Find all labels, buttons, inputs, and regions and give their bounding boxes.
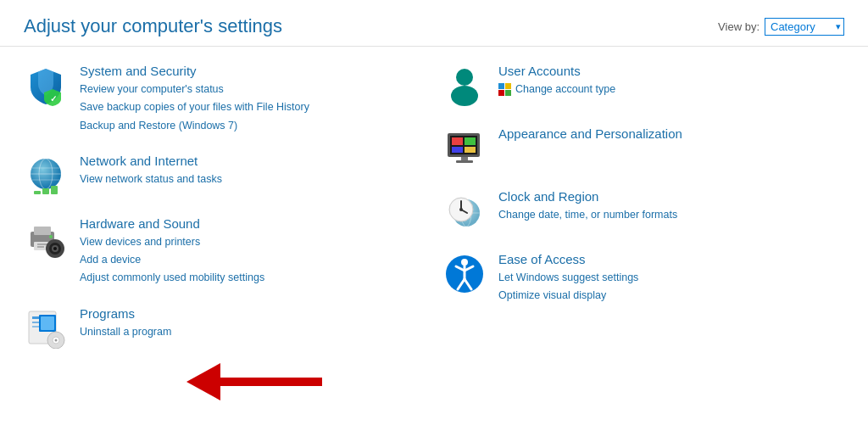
hardware-link-1[interactable]: View devices and printers (80, 233, 264, 251)
svg-rect-30 (498, 83, 504, 89)
category-hardware: Hardware and Sound View devices and prin… (24, 216, 426, 288)
view-by-wrapper[interactable]: Category Large icons Small icons (765, 18, 844, 36)
programs-link-1[interactable]: Uninstall a program (80, 323, 171, 341)
user-accounts-icon-area (442, 64, 487, 108)
network-title[interactable]: Network and Internet (80, 154, 222, 168)
svg-point-27 (55, 339, 58, 341)
svg-point-49 (459, 208, 463, 211)
hardware-icon-area (24, 216, 68, 260)
system-security-title[interactable]: System and Security (80, 64, 309, 78)
network-text: Network and Internet View network status… (80, 154, 222, 188)
arrow-head (186, 363, 220, 400)
clock-link-1[interactable]: Change date, time, or number formats (498, 206, 677, 224)
ease-icon-area (442, 252, 487, 296)
category-appearance: Appearance and Personalization (442, 126, 844, 171)
ease-of-access-text: Ease of Access Let Windows suggest setti… (498, 252, 638, 305)
main-content: ✓ System and Security Review your comput… (0, 47, 868, 378)
system-security-text: System and Security Review your computer… (80, 64, 309, 135)
view-by-label: View by: (718, 20, 760, 33)
user-accounts-icon (444, 65, 485, 106)
system-security-icon-area: ✓ (24, 64, 68, 108)
programs-icon-area (24, 306, 68, 350)
clock-title[interactable]: Clock and Region (498, 189, 677, 204)
svg-rect-10 (34, 227, 51, 235)
appearance-title[interactable]: Appearance and Personalization (498, 126, 682, 141)
svg-rect-37 (465, 137, 476, 145)
hardware-link-3[interactable]: Adjust commonly used mobility settings (80, 269, 264, 287)
red-arrow-annotation (186, 363, 322, 400)
clock-text: Clock and Region Change date, time, or n… (498, 189, 677, 224)
appearance-text: Appearance and Personalization (498, 126, 682, 143)
view-by-select[interactable]: Category Large icons Small icons (765, 18, 844, 36)
ease-of-access-icon (444, 254, 485, 294)
header: Adjust your computer's settings View by:… (0, 0, 868, 47)
change-account-type-label[interactable]: Change account type (515, 81, 615, 98)
category-network: Network and Internet View network status… (24, 154, 426, 198)
clock-icon (444, 191, 485, 232)
programs-icon (25, 308, 66, 349)
svg-rect-31 (505, 83, 511, 89)
svg-rect-7 (42, 188, 49, 194)
hardware-icon (25, 218, 66, 259)
svg-rect-38 (452, 147, 463, 153)
page-title: Adjust your computer's settings (24, 15, 282, 37)
system-security-icon: ✓ (25, 65, 66, 106)
network-icon (25, 155, 66, 196)
user-accounts-title[interactable]: User Accounts (498, 64, 615, 78)
system-security-link-3[interactable]: Backup and Restore (Windows 7) (80, 117, 309, 135)
right-column: User Accounts Change account type (442, 64, 844, 369)
svg-rect-32 (498, 90, 504, 96)
view-by-control: View by: Category Large icons Small icon… (718, 18, 844, 36)
svg-point-14 (49, 235, 53, 238)
hardware-link-2[interactable]: Add a device (80, 251, 264, 269)
svg-rect-6 (34, 191, 41, 194)
programs-title[interactable]: Programs (80, 306, 171, 321)
system-security-link-2[interactable]: Save backup copies of your files with Fi… (80, 98, 309, 116)
ease-link-1[interactable]: Let Windows suggest settings (498, 269, 638, 287)
uac-shield-icon (498, 83, 512, 97)
user-accounts-link-1[interactable]: Change account type (498, 81, 615, 98)
svg-rect-13 (37, 246, 44, 248)
svg-rect-33 (505, 90, 511, 96)
svg-rect-12 (37, 243, 47, 245)
svg-text:✓: ✓ (50, 94, 57, 104)
svg-point-18 (53, 247, 57, 250)
system-security-link-1[interactable]: Review your computer's status (80, 81, 309, 98)
left-column: ✓ System and Security Review your comput… (24, 64, 426, 369)
network-icon-area (24, 154, 68, 198)
svg-rect-24 (41, 316, 54, 330)
hardware-title[interactable]: Hardware and Sound (80, 216, 264, 231)
network-link-1[interactable]: View network status and tasks (80, 171, 222, 188)
category-clock: Clock and Region Change date, time, or n… (442, 189, 844, 233)
appearance-icon (444, 128, 485, 169)
svg-rect-8 (51, 186, 58, 194)
appearance-icon-area (442, 126, 487, 171)
arrow-line (220, 378, 322, 386)
ease-link-2[interactable]: Optimize visual display (498, 287, 638, 305)
svg-rect-41 (456, 160, 473, 163)
clock-icon-area (442, 189, 487, 233)
svg-rect-36 (452, 137, 463, 145)
category-user-accounts: User Accounts Change account type (442, 64, 844, 108)
category-ease-of-access: Ease of Access Let Windows suggest setti… (442, 252, 844, 305)
svg-rect-39 (465, 147, 476, 153)
user-accounts-text: User Accounts Change account type (498, 64, 615, 98)
category-system-security: ✓ System and Security Review your comput… (24, 64, 426, 135)
ease-title[interactable]: Ease of Access (498, 252, 638, 266)
programs-text: Programs Uninstall a program (80, 306, 171, 341)
svg-rect-40 (461, 157, 468, 160)
svg-point-29 (451, 86, 478, 106)
hardware-text: Hardware and Sound View devices and prin… (80, 216, 264, 288)
svg-point-28 (456, 69, 473, 86)
category-programs: Programs Uninstall a program (24, 306, 426, 350)
